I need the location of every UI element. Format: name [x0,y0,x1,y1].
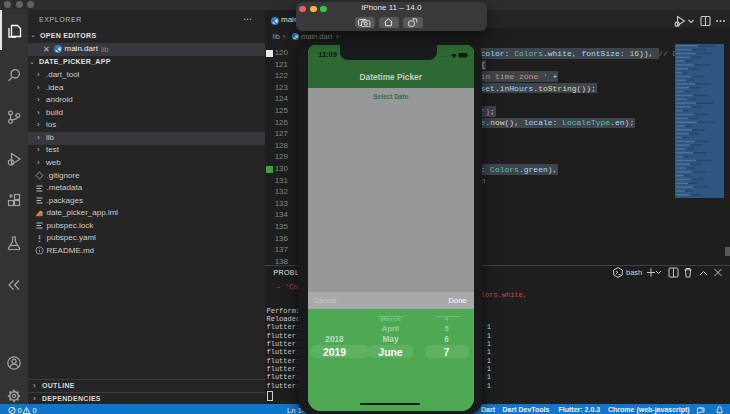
svg-text:bash: bash [626,268,642,277]
svg-text:0: 0 [33,406,37,414]
svg-text:0: 0 [18,406,22,414]
